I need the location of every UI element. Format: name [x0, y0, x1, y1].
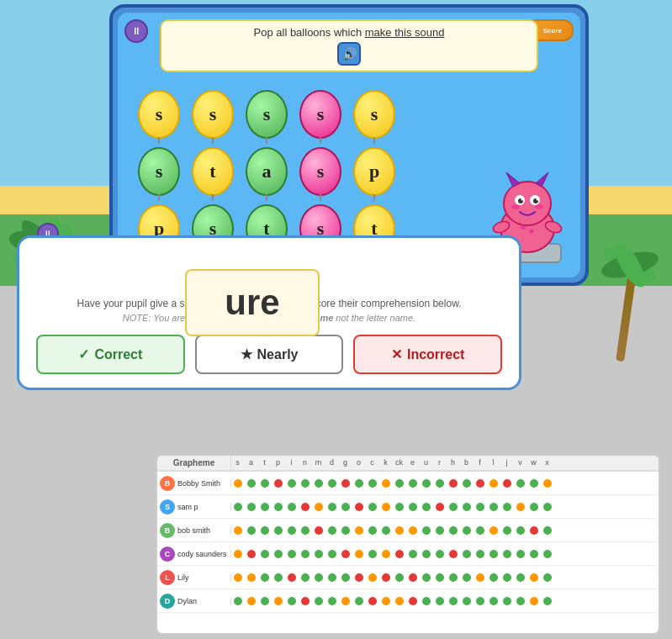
score-dot: [315, 503, 323, 511]
score-dot: [422, 503, 431, 511]
incorrect-label: Incorrect: [407, 347, 464, 362]
score-dot: [274, 526, 283, 535]
score-dot: [341, 479, 350, 488]
pause-icon: ⏸: [131, 25, 141, 37]
balloon-7[interactable]: a: [242, 144, 291, 199]
svg-point-18: [511, 204, 520, 209]
instruction-text: Pop all balloons which make this sound: [172, 26, 526, 39]
table-row: BBobby Smith: [157, 472, 659, 495]
score-dot: [261, 550, 269, 558]
score-dot: [476, 503, 484, 511]
score-dot: [530, 597, 538, 605]
score-dot: [328, 503, 336, 511]
letter-header-c: c: [366, 456, 379, 470]
balloon-9[interactable]: p: [350, 144, 399, 199]
score-dot: [234, 479, 242, 488]
score-dot: [409, 503, 417, 511]
score-dot: [463, 573, 471, 582]
score-dot: [382, 550, 390, 558]
balloon-0[interactable]: s: [135, 87, 183, 142]
score-dot: [436, 573, 444, 582]
score-dot: [395, 526, 404, 535]
svg-point-19: [535, 204, 543, 209]
score-dot: [436, 550, 444, 558]
score-dot: [341, 503, 350, 511]
score-dot: [476, 479, 484, 488]
score-dot: [247, 503, 256, 511]
sound-button[interactable]: 🔊: [337, 42, 361, 66]
score-dot: [476, 597, 484, 605]
score-dot: [395, 550, 404, 558]
score-dot: [516, 597, 525, 605]
letter-header-u: u: [420, 456, 433, 470]
score-dot: [543, 573, 552, 582]
score-dot: [301, 526, 310, 535]
balloon-4[interactable]: s: [350, 87, 399, 142]
score-dot: [422, 479, 431, 488]
score-dot: [409, 479, 417, 488]
balloon-3[interactable]: s: [296, 87, 345, 142]
score-dot: [530, 550, 538, 558]
score-dot: [301, 550, 310, 558]
score-dot: [449, 573, 458, 582]
letter-header-r: r: [433, 456, 447, 470]
grapheme-text: ure: [225, 283, 279, 323]
avatar: B: [160, 523, 175, 538]
balloon-2[interactable]: s: [242, 87, 291, 142]
score-dot: [288, 550, 296, 558]
score-dot: [328, 479, 336, 488]
score-dot: [274, 503, 283, 511]
correct-label: Correct: [94, 347, 142, 362]
score-dot: [368, 479, 377, 488]
balloon-8[interactable]: s: [296, 144, 345, 199]
score-dot: [422, 550, 431, 558]
score-dot: [516, 503, 525, 511]
balloon-1[interactable]: s: [188, 87, 237, 142]
score-dot: [489, 479, 498, 488]
balloon-5[interactable]: s: [135, 144, 183, 199]
score-dot: [476, 573, 484, 582]
balloon-6[interactable]: t: [188, 144, 237, 199]
score-dot: [315, 573, 323, 582]
score-dot: [368, 597, 377, 605]
score-dot: [341, 526, 350, 535]
letter-headers: satpinmdgockckeurhbfljvwx: [231, 456, 659, 470]
nearly-button[interactable]: ★ Nearly: [195, 335, 344, 374]
correct-button[interactable]: ✓ Correct: [36, 335, 185, 374]
table-row: Bbob smith: [157, 519, 659, 542]
score-dot: [288, 526, 296, 535]
letter-header-d: d: [325, 456, 339, 470]
score-dot: [355, 479, 363, 488]
score-table-panel: Grapheme satpinmdgockckeurhbfljvwx BBobb…: [156, 454, 660, 635]
svg-point-16: [521, 198, 524, 201]
student-name: cody saunders: [177, 550, 231, 558]
score-dot: [261, 479, 269, 488]
score-dot: [449, 503, 458, 511]
score-dots: [231, 550, 659, 558]
score-dot: [261, 597, 269, 605]
score-dot: [315, 550, 323, 558]
svg-point-22: [521, 224, 526, 230]
score-dot: [503, 597, 511, 605]
letter-header-n: n: [299, 456, 312, 470]
score-dot: [382, 526, 390, 535]
score-dot: [409, 550, 417, 558]
svg-point-9: [504, 182, 551, 225]
student-name: Bobby Smith: [177, 479, 231, 488]
score-dot: [543, 503, 552, 511]
incorrect-button[interactable]: ✕ Incorrect: [353, 335, 502, 374]
score-dot: [328, 550, 336, 558]
student-name: Dylan: [177, 597, 231, 605]
score-dot: [503, 503, 511, 511]
score-dots: [231, 573, 659, 582]
score-dot: [261, 503, 269, 511]
pause-button[interactable]: ⏸: [124, 19, 148, 43]
score-dot: [341, 550, 350, 558]
score-dot: [315, 479, 323, 488]
score-dot: [234, 503, 242, 511]
score-dot: [261, 526, 269, 535]
score-dot: [382, 573, 390, 582]
score-dot: [516, 479, 525, 488]
sound-icon: 🔊: [342, 47, 357, 61]
letter-header-k: k: [379, 456, 393, 470]
